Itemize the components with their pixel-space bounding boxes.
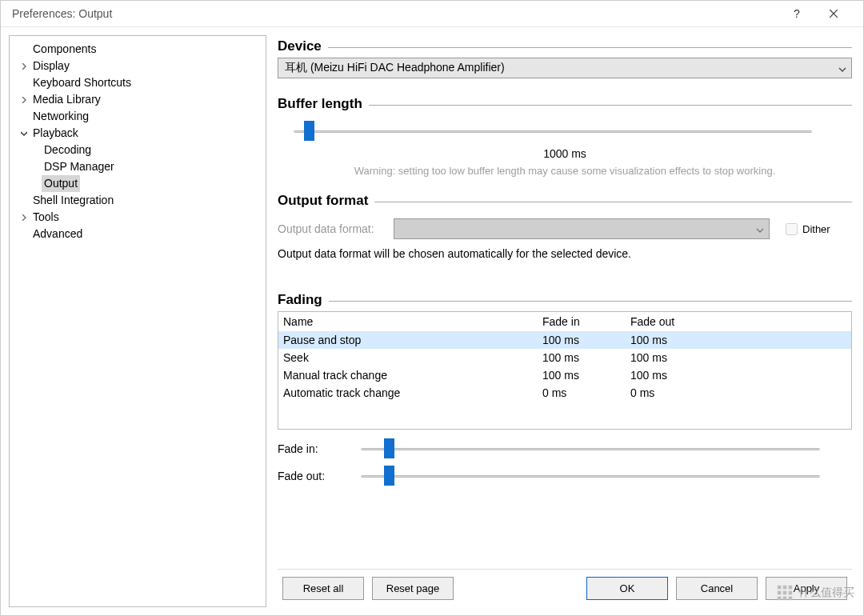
tree-item[interactable]: Display: [18, 58, 266, 74]
close-icon: [829, 9, 838, 18]
tree-item[interactable]: Components: [18, 41, 266, 58]
tree-item[interactable]: DSP Manager: [29, 158, 266, 175]
nav-tree-panel: ComponentsDisplayKeyboard ShortcutsMedia…: [9, 35, 266, 607]
tree-leaf-mark: [19, 196, 29, 206]
tree-item-label: Advanced: [30, 226, 85, 242]
fading-col-name: Name: [278, 315, 542, 328]
tree-item[interactable]: Output: [29, 175, 266, 192]
device-value: 耳机 (Meizu HiFi DAC Headphone Amplifier): [285, 61, 505, 75]
fading-row[interactable]: Automatic track change0 ms0 ms: [278, 384, 851, 402]
tree-leaf-mark: [19, 230, 29, 239]
tree-item-label: DSP Manager: [42, 158, 117, 175]
section-device: Device: [278, 38, 852, 54]
section-output-format-title: Output format: [278, 193, 368, 209]
section-output-format: Output format: [278, 193, 852, 209]
chevron-right-icon[interactable]: [19, 95, 29, 105]
tree-leaf-mark: [19, 112, 29, 122]
window-title: Preferences: Output: [12, 7, 778, 20]
fading-cell: Pause and stop: [278, 334, 542, 346]
tree-leaf-mark: [30, 146, 40, 155]
help-button[interactable]: ?: [778, 1, 815, 27]
output-format-label: Output data format:: [278, 222, 386, 235]
tree-item-label: Networking: [30, 108, 91, 125]
reset-all-button[interactable]: Reset all: [282, 577, 364, 600]
fade-out-slider-thumb[interactable]: [384, 466, 394, 486]
fading-cell: Automatic track change: [278, 386, 542, 399]
tree-item-label: Playback: [30, 125, 81, 142]
nav-tree[interactable]: ComponentsDisplayKeyboard ShortcutsMedia…: [10, 41, 266, 242]
tree-leaf-mark: [19, 45, 29, 54]
fading-cell: 100 ms: [630, 351, 718, 364]
chevron-down-icon[interactable]: [19, 129, 29, 138]
tree-item[interactable]: Networking: [18, 108, 266, 125]
buffer-warning: Warning: setting too low buffer length m…: [278, 165, 852, 177]
fading-cell: 0 ms: [542, 386, 630, 399]
section-buffer: Buffer length: [278, 96, 852, 112]
fading-cell: 100 ms: [630, 369, 718, 382]
fading-table[interactable]: Name Fade in Fade out Pause and stop100 …: [278, 311, 852, 430]
device-dropdown[interactable]: 耳机 (Meizu HiFi DAC Headphone Amplifier): [278, 58, 852, 78]
tree-item-label: Decoding: [42, 142, 94, 158]
output-format-dropdown: [394, 218, 770, 239]
section-buffer-title: Buffer length: [278, 96, 362, 112]
chevron-down-icon: [838, 62, 846, 74]
tree-item[interactable]: Decoding: [29, 142, 266, 158]
tree-item[interactable]: Shell Integration: [18, 192, 266, 209]
buffer-value: 1000 ms: [278, 147, 852, 160]
fading-cell: Manual track change: [278, 369, 542, 382]
dither-label: Dither: [802, 223, 830, 235]
tree-item[interactable]: PlaybackDecodingDSP ManagerOutput: [18, 125, 266, 192]
fading-row[interactable]: Pause and stop100 ms100 ms: [278, 331, 851, 349]
fade-out-label: Fade out:: [278, 470, 350, 482]
button-bar: Reset all Reset page OK Cancel Apply: [278, 569, 852, 607]
fading-cell: 100 ms: [542, 351, 630, 364]
titlebar: Preferences: Output ?: [1, 1, 863, 27]
dither-checkbox[interactable]: Dither: [786, 223, 830, 235]
buffer-slider-thumb[interactable]: [304, 121, 314, 141]
fading-cell: 100 ms: [630, 334, 718, 346]
tree-item-label: Media Library: [30, 91, 103, 108]
cancel-button[interactable]: Cancel: [676, 577, 758, 600]
ok-button[interactable]: OK: [586, 577, 668, 600]
fade-out-slider[interactable]: [361, 468, 820, 484]
fading-cell: 100 ms: [542, 369, 630, 382]
tree-leaf-mark: [30, 162, 40, 172]
fade-in-slider[interactable]: [361, 441, 820, 457]
fading-cell: Seek: [278, 351, 542, 364]
fade-in-label: Fade in:: [278, 442, 350, 455]
section-fading-title: Fading: [278, 292, 322, 308]
section-device-title: Device: [278, 38, 322, 54]
fading-col-out: Fade out: [630, 315, 718, 328]
tree-item[interactable]: Media Library: [18, 91, 266, 108]
section-fading: Fading: [278, 292, 852, 308]
chevron-down-icon: [756, 222, 764, 235]
reset-page-button[interactable]: Reset page: [372, 577, 454, 600]
tree-item-label: Components: [30, 41, 98, 58]
tree-item-label: Shell Integration: [30, 192, 116, 209]
tree-item[interactable]: Tools: [18, 209, 266, 226]
fading-cell: 100 ms: [542, 334, 630, 346]
close-button[interactable]: [815, 1, 852, 27]
output-format-note: Output data format will be chosen automa…: [278, 247, 852, 260]
tree-item-label: Display: [30, 58, 72, 74]
tree-item-label: Output: [42, 175, 80, 192]
tree-item[interactable]: Advanced: [18, 226, 266, 242]
fading-header: Name Fade in Fade out: [278, 312, 851, 331]
tree-leaf-mark: [30, 179, 40, 189]
fade-in-slider-thumb[interactable]: [384, 438, 394, 458]
chevron-right-icon[interactable]: [19, 62, 29, 71]
tree-item-label: Keyboard Shortcuts: [30, 74, 134, 91]
buffer-slider[interactable]: [294, 123, 812, 139]
dither-input[interactable]: [786, 223, 798, 235]
fading-cell: 0 ms: [630, 386, 718, 399]
fading-row[interactable]: Manual track change100 ms100 ms: [278, 366, 851, 384]
tree-item-label: Tools: [30, 209, 62, 226]
tree-item[interactable]: Keyboard Shortcuts: [18, 74, 266, 91]
settings-panel: Device 耳机 (Meizu HiFi DAC Headphone Ampl…: [273, 35, 857, 607]
fading-row[interactable]: Seek100 ms100 ms: [278, 349, 851, 366]
tree-leaf-mark: [19, 78, 29, 88]
apply-button[interactable]: Apply: [766, 577, 847, 600]
chevron-right-icon[interactable]: [19, 213, 29, 222]
fading-col-in: Fade in: [542, 315, 630, 328]
